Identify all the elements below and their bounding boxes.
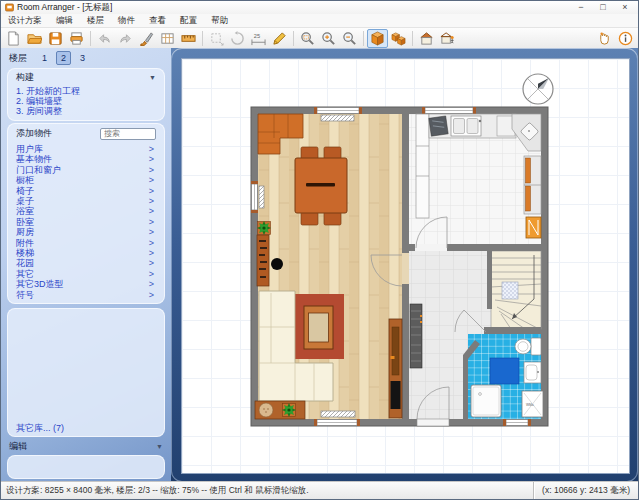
bookshelf <box>257 235 269 286</box>
menu-view[interactable]: 查看 <box>142 14 173 27</box>
hall-shelf[interactable] <box>410 304 422 368</box>
washing-machine[interactable]: WMa <box>522 391 543 417</box>
category-accessories[interactable]: 附件> <box>8 238 164 248</box>
shower[interactable] <box>471 385 501 417</box>
bath-rug[interactable] <box>490 358 519 384</box>
chevron-right-icon: > <box>149 165 154 175</box>
drawing-paper[interactable]: WMa <box>181 58 630 474</box>
category-kitchen[interactable]: 厨房> <box>8 227 164 237</box>
new-button[interactable] <box>3 29 24 48</box>
edit-panel <box>7 455 165 479</box>
rotate-button[interactable] <box>227 29 248 48</box>
category-other[interactable]: 其它> <box>8 269 164 279</box>
menu-objects[interactable]: 物件 <box>111 14 142 27</box>
step-new-project[interactable]: 1. 开始新的工程 <box>8 86 164 96</box>
close-button[interactable]: × <box>614 1 636 14</box>
chevron-right-icon: > <box>149 269 154 279</box>
radiator[interactable] <box>321 411 355 417</box>
dimension-icon: 25 <box>251 31 266 46</box>
compass-icon <box>523 74 553 104</box>
ruler-icon <box>181 31 196 46</box>
canvas-area: WMa <box>171 48 638 482</box>
menu-floors[interactable]: 楼层 <box>80 14 111 27</box>
category-other-3d[interactable]: 其它3D造型> <box>8 279 164 289</box>
staircase[interactable] <box>487 251 541 329</box>
chevron-right-icon: > <box>149 258 154 268</box>
add-objects-panel: 添加物件 用户库> 基本物件> 门口和窗户> 橱柜> 椅子> 桌子> 浴室> 卧… <box>7 123 165 304</box>
category-user-library[interactable]: 用户库> <box>8 144 164 154</box>
category-garden[interactable]: 花园> <box>8 258 164 268</box>
zoom-in-icon <box>321 31 336 46</box>
house-3d-button[interactable] <box>416 29 437 48</box>
floor-tab-3[interactable]: 3 <box>75 51 90 65</box>
collapse-arrow-icon[interactable]: ▼ <box>149 74 156 81</box>
edit-header[interactable]: 编辑 ▼ <box>1 438 171 454</box>
transform-button[interactable] <box>206 29 227 48</box>
category-stairs[interactable]: 楼梯> <box>8 248 164 258</box>
redo-icon <box>118 31 133 46</box>
ruler-button[interactable] <box>178 29 199 48</box>
category-bathroom[interactable]: 浴室> <box>8 206 164 216</box>
room-arranger-window: Room Arranger - [无标题] − □ × 设计方案 编辑 楼层 物… <box>0 0 639 500</box>
plan-grid-button[interactable] <box>157 29 178 48</box>
view-3d-icon <box>370 31 385 46</box>
floor-tab-2[interactable]: 2 <box>56 51 71 65</box>
add-objects-title: 添加物件 <box>16 127 52 140</box>
info-button[interactable] <box>615 29 636 48</box>
print-button[interactable] <box>66 29 87 48</box>
pouf <box>259 403 273 417</box>
other-libraries-link[interactable]: 其它库... (7) <box>8 421 164 436</box>
format-brush-icon <box>139 31 154 46</box>
zoom-in-button[interactable] <box>318 29 339 48</box>
minimize-button[interactable]: − <box>570 1 592 14</box>
category-symbols[interactable]: 符号> <box>8 290 164 300</box>
category-basic-objects[interactable]: 基本物件> <box>8 154 164 164</box>
category-chairs[interactable]: 椅子> <box>8 186 164 196</box>
maximize-button[interactable]: □ <box>592 1 614 14</box>
chevron-right-icon: > <box>149 196 154 206</box>
collapse-arrow-icon[interactable]: ▼ <box>156 443 163 450</box>
new-document-icon <box>6 31 21 46</box>
walkthrough-button[interactable] <box>437 29 458 48</box>
floors-bar: 楼层 1 2 3 <box>1 48 171 67</box>
zoom-out-button[interactable] <box>339 29 360 48</box>
chevron-right-icon: > <box>149 144 154 154</box>
menu-help[interactable]: 帮助 <box>204 14 235 27</box>
plan-grid-icon <box>160 31 175 46</box>
category-cabinets[interactable]: 橱柜> <box>8 175 164 185</box>
open-button[interactable] <box>24 29 45 48</box>
bathroom-sink[interactable] <box>524 362 541 383</box>
floors-label: 楼层 <box>9 52 27 65</box>
menubar: 设计方案 编辑 楼层 物件 查看 配置 帮助 <box>1 14 638 28</box>
canvas-frame: WMa <box>171 48 638 482</box>
save-button[interactable] <box>45 29 66 48</box>
menu-design[interactable]: 设计方案 <box>1 14 49 27</box>
window-title: Room Arranger - [无标题] <box>17 2 112 14</box>
undo-button[interactable] <box>94 29 115 48</box>
zoom-region-button[interactable] <box>297 29 318 48</box>
menu-options[interactable]: 配置 <box>173 14 204 27</box>
build-header[interactable]: 构建 ▼ <box>8 69 164 85</box>
save-icon <box>48 31 63 46</box>
walkthrough-icon <box>440 31 455 46</box>
floor-plan: WMa <box>182 59 629 473</box>
view-3d-button[interactable] <box>367 29 388 48</box>
radiator[interactable] <box>259 186 264 208</box>
format-brush-button[interactable] <box>136 29 157 48</box>
toilet[interactable] <box>515 338 541 355</box>
category-bedroom[interactable]: 卧室> <box>8 217 164 227</box>
hand-tool-button[interactable] <box>594 29 615 48</box>
category-doors-windows[interactable]: 门口和窗户> <box>8 165 164 175</box>
menu-edit[interactable]: 编辑 <box>49 14 80 27</box>
objects-3d-button[interactable] <box>388 29 409 48</box>
radiator[interactable] <box>321 115 354 121</box>
side-table <box>271 258 283 270</box>
category-tables[interactable]: 桌子> <box>8 196 164 206</box>
object-search-input[interactable] <box>100 128 156 140</box>
step-adjust-rooms[interactable]: 3. 房间调整 <box>8 106 164 116</box>
dimension-button[interactable]: 25 <box>248 29 269 48</box>
draw-walls-button[interactable] <box>269 29 290 48</box>
redo-button[interactable] <box>115 29 136 48</box>
step-edit-walls[interactable]: 2. 编辑墙壁 <box>8 96 164 106</box>
floor-tab-1[interactable]: 1 <box>37 51 52 65</box>
